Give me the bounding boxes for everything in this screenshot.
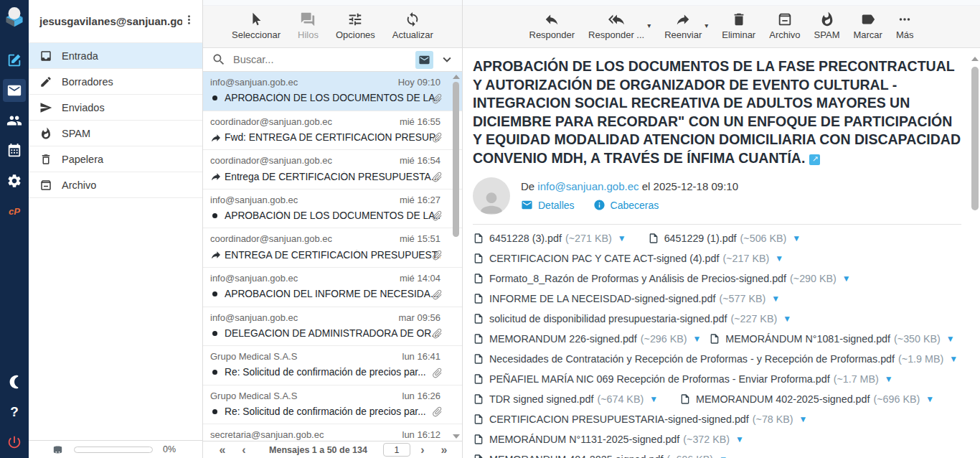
message-row[interactable]: coordinador@sanjuan.gob.ecmié 16:55 Fwd:… [203,111,462,151]
mail-filter-toggle[interactable] [415,51,433,69]
scroll-up-icon[interactable] [971,57,979,61]
attachment-menu-caret-icon[interactable]: ▼ [925,394,934,404]
reply-button[interactable]: Responder [529,11,575,47]
attachment-menu-caret-icon[interactable]: ▼ [842,274,851,284]
folder-label: Enviados [62,102,105,113]
attachment[interactable]: PEÑAFIEL MARÍA NIC 069 Recepción de Prof… [473,373,893,385]
reply-all-button[interactable]: Responder ... [588,11,644,40]
message-row[interactable]: info@sanjuan.gob.ecmié 14:04 APROBACION … [203,268,462,307]
envelope-icon [521,199,533,211]
folder-spam[interactable]: SPAM [29,121,202,146]
attachment[interactable]: Formato_8_Razón de Proformas y Análisis … [473,273,851,284]
pdf-file-icon [473,413,484,425]
scroll-up-icon[interactable] [453,75,460,79]
mail-module-icon[interactable] [3,79,26,102]
attachment[interactable]: INFORME DE LA NECEISDAD-signed-signed.pd… [473,293,780,304]
dark-mode-icon[interactable] [3,370,26,393]
headers-link[interactable]: Cabeceras [611,200,659,211]
search-expand-chevron-icon[interactable] [439,52,455,67]
attachment-menu-caret-icon[interactable]: ▼ [693,334,702,344]
refresh-button[interactable]: Actualizar [392,11,433,47]
message-row[interactable]: secretaria@sanjuan.gob.eclun 16:12 [203,424,462,441]
folder-sent[interactable]: Enviados [29,95,202,121]
mail-scrollbar[interactable] [971,48,979,458]
more-button[interactable]: Más [896,11,914,47]
scroll-down-icon[interactable] [453,434,460,439]
folder-inbox[interactable]: Entrada [29,43,202,69]
calendar-module-icon[interactable] [3,139,26,162]
settings-icon[interactable] [3,169,26,192]
search-input[interactable]: Buscar... [233,54,415,65]
next-page-button[interactable]: › [413,444,432,456]
message-row[interactable]: coordinador@sanjuan.gob.ecmié 15:51 ENTR… [203,228,462,268]
attachment-menu-caret-icon[interactable]: ▼ [885,374,893,384]
account-menu-icon[interactable] [182,13,198,29]
mark-button[interactable]: Marcar [853,11,882,47]
options-button[interactable]: Opciones [336,11,375,47]
help-icon[interactable]: ? [3,401,26,424]
message-row[interactable]: info@sanjuan.gob.ecHoy 09:10 APROBACIÓN … [203,72,462,111]
compose-icon[interactable] [3,49,26,72]
pagination-label: Mensajes 1 a 50 de 134 [256,445,380,455]
folder-trash[interactable]: Papelera [29,146,202,172]
first-page-button[interactable]: « [213,444,232,456]
attachment-menu-caret-icon[interactable]: ▼ [792,233,801,243]
date-text: el 2025-12-18 09:10 [642,180,738,192]
message-row[interactable]: info@sanjuan.gob.ecmié 16:27 APROBACIÓN … [203,190,462,229]
attachment[interactable]: TDR signed signed.pdf(~674 KB)▼ [473,393,658,405]
attachment[interactable]: 6451229 (1).pdf(~506 KB)▼ [648,233,801,244]
mail-subject: APROBACIÓN DE LOS DOCUMENTOS DE LA FASE … [473,57,961,167]
attachment-menu-caret-icon[interactable]: ▼ [949,354,958,364]
message-sender: secretaria@sanjuan.gob.ec [210,429,324,440]
scrollbar-thumb[interactable] [453,82,459,237]
cpanel-icon[interactable]: cP [3,200,26,223]
attachment[interactable]: MEMORANDUM 404-2025-signed.pdf(~696 KB)▼ [473,454,727,458]
attachment-menu-caret-icon[interactable]: ▼ [649,394,658,404]
attachment[interactable]: 6451228 (3).pdf(~271 KB)▼ [473,233,626,244]
attachment-menu-caret-icon[interactable]: ▼ [618,233,626,243]
attachment[interactable]: CERTIFICACION PRESUPUESTARIA-signed-sign… [473,413,808,425]
attachment[interactable]: Necesidades de Contratación y Recepción … [473,353,940,365]
list-scrollbar[interactable] [452,73,461,441]
message-row[interactable]: info@sanjuan.gob.ecmar 09:56 DELEGACION … [203,307,462,347]
logout-power-icon[interactable] [3,431,26,454]
scrollbar-thumb[interactable] [971,67,979,210]
folder-archive[interactable]: Archivo [29,172,202,198]
details-link[interactable]: Detalles [538,200,575,211]
unread-dot-icon [210,331,225,336]
attachment[interactable]: MEMORANDUM 402-2025-signed.pdf(~696 KB)▼ [679,393,934,405]
select-button[interactable]: Seleccionar [232,11,281,47]
message-row[interactable]: coordinador@sanjuan.gob.ecmié 16:54 Entr… [203,150,462,190]
search-bar[interactable]: Buscar... [203,48,462,72]
attachment-menu-caret-icon[interactable]: ▼ [783,314,791,324]
forward-dropdown-icon[interactable]: ▾ [705,22,708,29]
attachment-menu-caret-icon[interactable]: ▼ [799,414,808,424]
attachment[interactable]: MEMORÁNDUM N°1081-signed.pdf(~350 KB)▼ [709,333,940,345]
delete-label: Eliminar [722,29,755,40]
message-row[interactable]: Grupo Medical S.A.Slun 16:41 Re: Solicit… [203,346,462,385]
attachment-menu-caret-icon[interactable]: ▼ [771,294,780,304]
from-email-link[interactable]: info@sanjuan.gob.ec [537,180,639,192]
forward-button[interactable]: Reenviar [664,11,702,40]
open-in-new-icon[interactable] [809,154,820,165]
reply-all-dropdown-icon[interactable]: ▾ [647,22,651,29]
attachment[interactable]: MEMORÁNDUM N°1131-2025-signed.pdf(~372 K… [473,434,744,445]
attachment-menu-caret-icon[interactable]: ▼ [946,334,955,344]
archive-button[interactable]: Archivo [769,11,800,47]
message-row[interactable]: Grupo Medical S.A.Slun 16:26 Re: Solicit… [203,385,462,425]
attachment-menu-caret-icon[interactable]: ▼ [775,253,783,263]
attachment[interactable]: solicitud de disponibilidad presupuestar… [473,313,791,324]
folder-drafts[interactable]: Borradores [29,69,202,95]
contacts-module-icon[interactable] [3,109,26,132]
delete-button[interactable]: Eliminar [722,11,755,47]
attachment-menu-caret-icon[interactable]: ▼ [735,434,744,444]
page-number-input[interactable] [383,443,410,457]
threads-button[interactable]: Hilos [298,11,319,47]
attachment[interactable]: CERTIFICACION PAC Y CATE ACT-signed (4).… [473,253,783,264]
prev-page-button[interactable]: ‹ [235,444,253,456]
cursor-icon [248,11,264,27]
last-page-button[interactable]: » [435,444,453,456]
spam-button[interactable]: SPAM [814,11,840,47]
attachment[interactable]: MEMORANDUM 226-signed.pdf(~296 KB)▼ [473,333,687,345]
attachment-menu-caret-icon[interactable]: ▼ [719,454,727,458]
